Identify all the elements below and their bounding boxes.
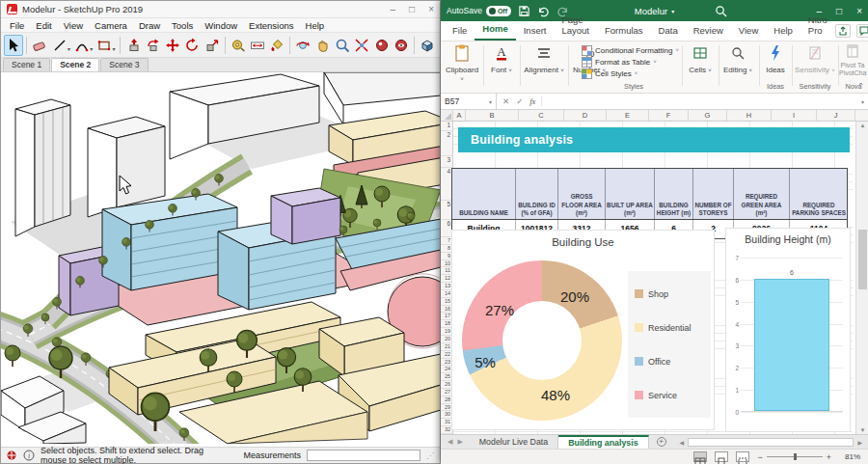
ribbon-tab-nitro-pro[interactable]: Nitro Pro [800,12,835,41]
confirm-formula-icon[interactable]: ✓ [516,96,523,106]
ribbon-tab-data[interactable]: Data [651,22,686,41]
column-header-C[interactable]: C [519,110,564,121]
sheet-tab-building-analysis[interactable]: Building analysis [558,435,648,449]
name-box[interactable]: B57▾ [441,94,497,109]
menu-extensions[interactable]: Extensions [244,19,298,32]
sheet-nav-right-icon[interactable]: ▶ [457,438,462,446]
comments-icon[interactable] [856,24,868,38]
ribbon-tab-page-layout[interactable]: Page Layout [554,12,597,41]
measurements-input[interactable] [307,450,420,461]
sketchup-close-button[interactable]: × [428,4,434,14]
move-tool[interactable] [163,35,182,56]
row-header-1[interactable]: 1 [441,122,452,131]
menu-view[interactable]: View [59,19,88,32]
ribbon-group-editing[interactable]: Editing ˅ [720,44,755,74]
scene-tab-scene-3[interactable]: Scene 3 [100,58,148,71]
hscroll-left-icon[interactable]: ◀ [680,439,685,446]
ribbon-tab-formulas[interactable]: Formulas [597,22,651,41]
sketchup-titlebar[interactable]: Modelur - SketchUp Pro 2019 – □ × [1,1,440,18]
format-as-table-button[interactable]: Format as Table˅ [582,56,679,68]
insert-function-icon[interactable]: fx [529,96,535,106]
orbit-tool[interactable] [293,35,312,56]
rotate-tool[interactable] [182,35,202,56]
column-header-A[interactable]: A [453,110,466,121]
search-icon[interactable] [715,5,727,17]
building-use-chart[interactable]: Building Use 20%48%5%27% ShopResidential… [451,230,715,430]
zoom-level[interactable]: 81% [839,452,860,461]
horizontal-scrollbar[interactable]: ◀ ▶ [680,437,862,447]
zoom-in-icon[interactable]: + [827,452,831,462]
new-sheet-button[interactable]: + [649,435,674,449]
scene-tab-scene-1[interactable]: Scene 1 [3,58,50,71]
menu-window[interactable]: Window [200,19,242,32]
tape-measure-tool[interactable] [229,35,248,56]
zoom-slider[interactable]: − + [757,452,831,462]
zoom-extents-tool[interactable] [352,35,371,56]
ribbon-tab-insert[interactable]: Insert [516,22,555,41]
column-header-I[interactable]: I [772,110,817,121]
scroll-up-icon[interactable]: ▲ [856,123,868,128]
building-height-chart[interactable]: Building Height (m) 012345676 [725,228,851,432]
ribbon-group-clipboard[interactable]: Clipboard ˅ [445,44,479,83]
ribbon-group-cells[interactable]: Cells ˅ [685,44,716,74]
page-break-view-button[interactable] [736,451,749,462]
vertical-scroll-thumb[interactable] [858,230,867,289]
excel-maximize-button[interactable]: □ [836,6,842,16]
document-title[interactable]: Modelur▾ [635,6,674,16]
formula-input[interactable] [542,94,857,109]
resize-grip[interactable]: ⋰ [426,451,435,460]
menu-camera[interactable]: Camera [90,19,132,32]
save-icon[interactable] [518,5,530,17]
vertical-scrollbar[interactable]: ▲ ▼ [855,122,868,434]
ribbon-group-pivot[interactable]: Pivot TaPivotCha [839,44,866,76]
formula-bar-expand-icon[interactable]: ▾ [857,98,868,105]
info-icon[interactable]: i [23,450,35,461]
zoom-tool[interactable] [333,35,352,56]
sheet-tab-modelur-live-data[interactable]: Modelur Live Data [470,435,558,449]
ribbon-tab-home[interactable]: Home [475,20,515,41]
column-header-H[interactable]: H [727,110,772,121]
row-header-2[interactable]: 2 [441,131,452,156]
menu-edit[interactable]: Edit [31,19,56,32]
menu-file[interactable]: File [5,19,29,32]
column-header-F[interactable]: F [649,110,689,121]
column-header-E[interactable]: E [607,110,649,121]
section-plane-tool[interactable] [418,35,437,56]
arc-tool[interactable] [72,35,92,56]
scroll-down-icon[interactable]: ▼ [856,427,868,433]
autosave-control[interactable]: AutoSave Off [447,6,511,16]
zoom-out-icon[interactable]: − [757,452,762,462]
share-icon[interactable] [835,24,851,38]
normal-view-button[interactable] [693,451,707,462]
sketchup-minimize-button[interactable]: – [391,4,396,14]
paint-bucket-tool[interactable] [267,35,286,56]
menu-tools[interactable]: Tools [167,19,198,32]
position-camera-tool[interactable] [371,35,391,56]
column-header-G[interactable]: G [689,110,727,121]
undo-icon[interactable] [537,5,550,17]
sketchup-maximize-button[interactable]: □ [409,4,415,14]
rectangle-tool[interactable] [95,35,114,56]
menu-help[interactable]: Help [301,19,330,32]
page-layout-view-button[interactable] [715,451,728,462]
ribbon-group-font[interactable]: A Font ˅ [487,44,516,74]
autosave-toggle[interactable]: Off [486,6,511,16]
geolocation-icon[interactable] [6,450,17,461]
excel-close-button[interactable]: × [856,6,862,16]
ribbon-group-ideas[interactable]: Ideas [761,44,790,74]
column-header-D[interactable]: D [564,110,607,121]
dimension-tool[interactable] [248,35,267,56]
sheet-nav-left-icon[interactable]: ◀ [448,438,452,446]
column-header-B[interactable]: B [466,110,519,121]
conditional-formatting-button[interactable]: Conditional Formatting˅ [582,44,679,56]
scale-tool[interactable] [202,35,221,56]
cell-styles-button[interactable]: Cell Styles˅ [582,68,679,79]
ribbon-tab-help[interactable]: Help [766,22,800,41]
cancel-formula-icon[interactable]: ✕ [502,96,509,106]
column-header-J[interactable]: J [817,110,855,121]
ribbon-tab-file[interactable]: File [445,22,475,41]
push-pull-tool[interactable] [123,35,143,56]
sketchup-3d-viewport[interactable] [1,72,440,447]
select-all-corner[interactable] [441,110,453,121]
hscroll-right-icon[interactable]: ▶ [857,439,862,446]
